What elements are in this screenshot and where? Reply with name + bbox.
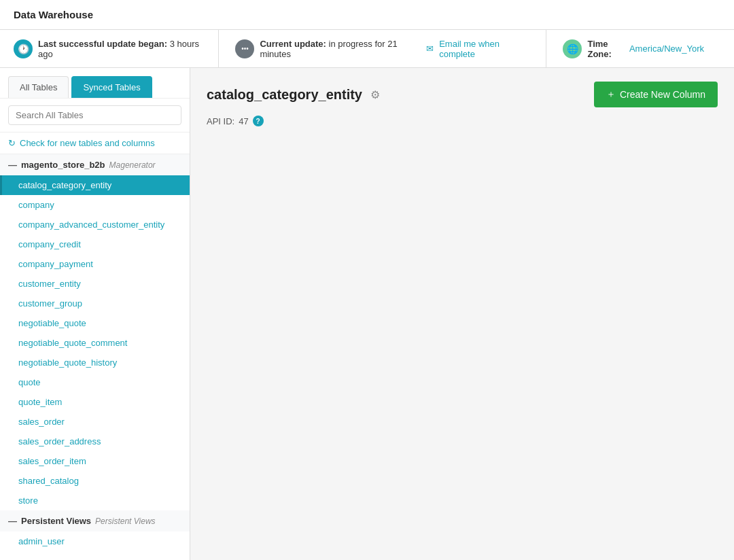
table-item-company-credit[interactable]: company_credit xyxy=(0,234,190,254)
create-new-column-button[interactable]: ＋ Create New Column xyxy=(594,82,718,107)
email-link[interactable]: Email me when complete xyxy=(439,39,529,59)
table-item-negotiable-quote[interactable]: negotiable_quote xyxy=(0,313,190,333)
table-title: catalog_category_entity xyxy=(207,87,362,103)
current-update-text: Current update: in progress for 21 minut… xyxy=(260,39,417,59)
status-bar: 🕐 Last successful update began: 3 hours … xyxy=(0,30,734,68)
clock-icon: 🕐 xyxy=(14,39,33,58)
top-bar: Data Warehouse xyxy=(0,0,734,30)
globe-icon: 🌐 xyxy=(563,39,582,58)
api-id-row: API ID: 47 ? xyxy=(207,116,718,126)
table-item-sales-order-address[interactable]: sales_order_address xyxy=(0,432,190,451)
check-new-tables-link[interactable]: ↻ Check for new tables and columns xyxy=(0,133,190,154)
search-box xyxy=(0,99,190,133)
table-item-catalog-category-entity[interactable]: catalog_category_entity xyxy=(0,175,190,195)
table-title-group: catalog_category_entity ⚙ xyxy=(207,87,381,103)
app-title: Data Warehouse xyxy=(14,9,93,20)
table-item-quote[interactable]: quote xyxy=(0,372,190,392)
last-update-text: Last successful update began: 3 hours ag… xyxy=(38,39,202,59)
refresh-icon: ↻ xyxy=(8,138,16,148)
timezone-value-link[interactable]: America/New_York xyxy=(629,43,704,54)
plus-icon: ＋ xyxy=(606,88,616,101)
tab-all-tables[interactable]: All Tables xyxy=(8,76,69,98)
tab-bar: All Tables Synced Tables xyxy=(0,68,190,99)
main-layout: All Tables Synced Tables ↻ Check for new… xyxy=(0,68,734,560)
last-update-section: 🕐 Last successful update began: 3 hours … xyxy=(14,30,219,67)
timezone-section: 🌐 Time Zone: America/New_York xyxy=(546,30,720,67)
table-item-sales-order[interactable]: sales_order xyxy=(0,412,190,432)
spinner-icon: ••• xyxy=(235,39,254,58)
table-item-company-payment[interactable]: company_payment xyxy=(0,254,190,274)
envelope-icon: ✉ xyxy=(426,43,434,54)
content-header: catalog_category_entity ⚙ ＋ Create New C… xyxy=(207,82,718,107)
table-item-company-advanced-customer-entity[interactable]: company_advanced_customer_entity xyxy=(0,215,190,234)
current-update-section: ••• Current update: in progress for 21 m… xyxy=(219,30,546,67)
main-content: catalog_category_entity ⚙ ＋ Create New C… xyxy=(190,68,734,560)
settings-button[interactable]: ⚙ xyxy=(369,87,381,103)
table-item-negotiable-quote-history[interactable]: negotiable_quote_history xyxy=(0,353,190,372)
table-item-quote-item[interactable]: quote_item xyxy=(0,392,190,412)
table-item-negotiable-quote-comment[interactable]: negotiable_quote_comment xyxy=(0,333,190,353)
api-id-info-icon[interactable]: ? xyxy=(253,116,264,126)
timezone-label-text: Time Zone: xyxy=(587,39,623,59)
table-item-store[interactable]: store xyxy=(0,491,190,510)
table-item-shared-catalog[interactable]: shared_catalog xyxy=(0,471,190,491)
group-header-magento: — magento_store_b2b Magenerator xyxy=(0,154,190,175)
group-header-persistent-views: — Persistent Views Persistent Views xyxy=(0,510,190,531)
table-item-customer-group[interactable]: customer_group xyxy=(0,294,190,313)
table-item-sales-order-item[interactable]: sales_order_item xyxy=(0,451,190,471)
search-input[interactable] xyxy=(8,105,181,125)
table-item-admin-user[interactable]: admin_user xyxy=(0,531,190,551)
table-item-company[interactable]: company xyxy=(0,195,190,215)
sidebar: All Tables Synced Tables ↻ Check for new… xyxy=(0,68,190,560)
tab-synced-tables[interactable]: Synced Tables xyxy=(71,76,152,98)
table-item-customer-entity[interactable]: customer_entity xyxy=(0,274,190,294)
